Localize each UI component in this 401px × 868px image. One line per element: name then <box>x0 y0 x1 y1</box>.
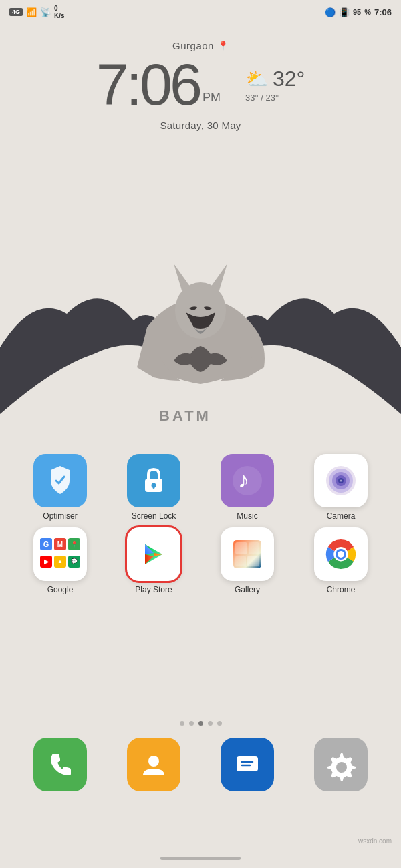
svg-rect-16 <box>235 542 247 554</box>
camera-icon <box>324 464 358 497</box>
contacts-icon-wrapper <box>127 738 180 791</box>
gallery-icon-wrapper <box>221 527 274 581</box>
camera-label: Camera <box>327 511 356 521</box>
batman-illustration: BATM <box>0 214 401 441</box>
watermark: wsxdn.com <box>358 837 392 845</box>
app-camera[interactable]: Camera <box>303 454 380 521</box>
vibrate-icon: 📳 <box>339 7 350 17</box>
signal-icon: 📶 <box>26 7 37 17</box>
svg-text:♪: ♪ <box>238 467 249 492</box>
bluetooth-icon: 🔵 <box>325 7 336 17</box>
svg-point-23 <box>338 551 344 558</box>
app-row-1: Optimiser Screen Lock ♪ <box>13 454 388 521</box>
status-time: 7:06 <box>374 7 392 17</box>
svg-marker-1 <box>174 264 190 290</box>
svg-text:BATM: BATM <box>159 407 211 424</box>
page-dot-2 <box>189 721 194 726</box>
phone-icon-wrapper <box>33 738 87 791</box>
battery-text: 95 <box>353 8 361 16</box>
gallery-icon <box>230 537 265 572</box>
home-indicator[interactable] <box>160 857 241 860</box>
google-folder-icon: G M 📍 ▶ ▲ 💬 <box>40 538 80 570</box>
svg-rect-6 <box>153 485 155 489</box>
app-chrome[interactable]: Chrome <box>303 527 380 594</box>
dock <box>0 738 401 791</box>
time-weather-divider <box>233 65 233 105</box>
svg-point-14 <box>340 480 342 482</box>
chrome-icon <box>323 537 358 572</box>
svg-rect-25 <box>237 756 258 771</box>
app-optimiser[interactable]: Optimiser <box>22 454 99 521</box>
app-gallery[interactable]: Gallery <box>209 527 286 594</box>
weather-top: ⛅ 32° <box>245 67 305 91</box>
chrome-icon-wrapper <box>314 527 368 581</box>
app-music[interactable]: ♪ Music <box>209 454 286 521</box>
app-play-store[interactable]: Play Store <box>116 527 192 594</box>
dock-settings[interactable] <box>303 738 380 791</box>
play-store-icon-wrapper <box>127 527 180 581</box>
app-screen-lock[interactable]: Screen Lock <box>116 454 192 521</box>
svg-rect-19 <box>247 556 259 566</box>
page-indicators <box>0 721 401 726</box>
app-grid: Optimiser Screen Lock ♪ <box>0 454 401 601</box>
music-icon-wrapper: ♪ <box>221 454 274 507</box>
app-google[interactable]: G M 📍 ▶ ▲ 💬 Google <box>22 527 99 594</box>
gallery-label: Gallery <box>235 585 260 594</box>
screen-lock-icon <box>138 464 169 497</box>
speed-text: 0K/s <box>54 5 65 19</box>
weather-icon: ⛅ <box>245 68 269 90</box>
app-row-2: G M 📍 ▶ ▲ 💬 Google <box>13 527 388 594</box>
clock-time: 7:06 <box>96 55 200 114</box>
wifi-icon: 📡 <box>40 7 51 17</box>
status-bar: 4G 📶 📡 0K/s 🔵 📳 95% 7:06 <box>0 0 401 24</box>
chrome-label: Chrome <box>327 585 356 594</box>
dock-row <box>13 738 388 791</box>
weather-range: 33° / 23° <box>245 93 279 103</box>
music-icon: ♪ <box>231 465 263 497</box>
settings-icon-wrapper <box>314 738 368 791</box>
clock-ampm: PM <box>203 91 221 105</box>
play-store-label: Play Store <box>135 585 172 594</box>
location-row: Gurgaon 📍 <box>0 40 401 51</box>
optimiser-label: Optimiser <box>43 511 77 521</box>
page-dot-4 <box>208 721 213 726</box>
contacts-icon <box>139 750 168 779</box>
time-weather-row: 7:06 PM ⛅ 32° 33° / 23° <box>0 55 401 114</box>
date-text: Saturday, 30 May <box>0 120 401 131</box>
svg-rect-17 <box>249 542 259 554</box>
optimiser-icon-wrapper <box>33 454 87 507</box>
status-bar-left: 4G 📶 📡 0K/s <box>9 5 65 19</box>
weather-temp: 32° <box>273 67 305 91</box>
svg-point-0 <box>175 282 226 339</box>
messages-icon <box>233 750 262 779</box>
svg-rect-18 <box>235 556 246 566</box>
location-icon: 📍 <box>217 41 229 51</box>
svg-marker-2 <box>211 264 227 290</box>
svg-point-28 <box>336 762 347 773</box>
messages-icon-wrapper <box>221 738 274 791</box>
clock-widget: Gurgaon 📍 7:06 PM ⛅ 32° 33° / 23° Saturd… <box>0 40 401 131</box>
optimiser-icon <box>44 463 76 498</box>
screen-lock-label: Screen Lock <box>132 511 176 521</box>
google-icon-wrapper: G M 📍 ▶ ▲ 💬 <box>33 527 87 581</box>
location-text: Gurgaon <box>172 40 214 51</box>
dock-phone[interactable] <box>22 738 99 791</box>
play-store-icon <box>137 537 170 571</box>
phone-icon <box>45 750 75 779</box>
page-dot-3 <box>198 721 203 726</box>
dock-contacts[interactable] <box>116 738 192 791</box>
screen-lock-icon-wrapper <box>127 454 180 507</box>
dock-messages[interactable] <box>209 738 286 791</box>
status-bar-right: 🔵 📳 95% 7:06 <box>325 7 392 17</box>
page-dot-5 <box>217 721 222 726</box>
camera-icon-wrapper <box>314 454 368 507</box>
svg-point-24 <box>148 756 159 767</box>
carrier-badge: 4G <box>9 8 23 16</box>
google-label: Google <box>47 585 74 594</box>
page-dot-1 <box>180 721 184 726</box>
settings-icon <box>324 748 358 781</box>
weather-block: ⛅ 32° 33° / 23° <box>245 67 305 103</box>
music-label: Music <box>237 511 257 521</box>
